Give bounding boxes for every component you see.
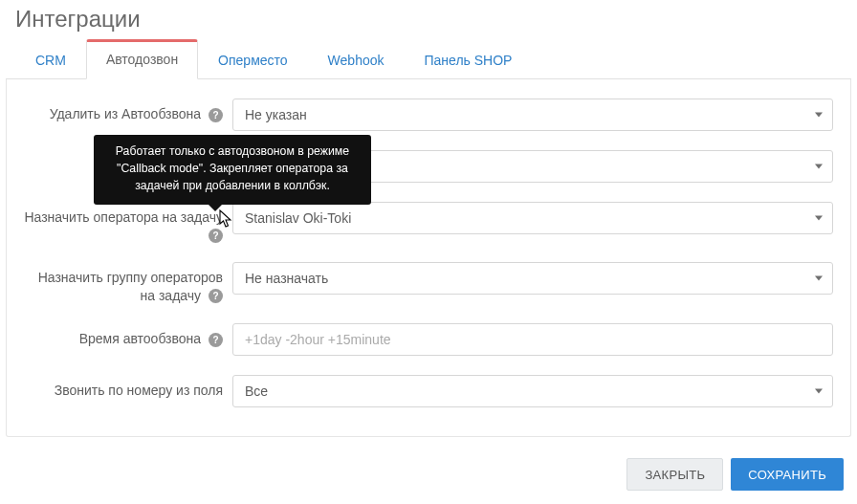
tab-opermesto[interactable]: Оперместо bbox=[198, 42, 308, 79]
chevron-down-icon bbox=[815, 113, 823, 118]
row-remove-from-autodial: Удалить из Автообзвона ? Не указан bbox=[24, 99, 833, 131]
select-value: Все bbox=[245, 383, 268, 399]
select-assign-group[interactable]: Не назначать bbox=[232, 262, 833, 295]
tabs: CRM Автодозвон Оперместо Webhook Панель … bbox=[6, 38, 851, 79]
label-assign-operator: Назначить оператора на задачу bbox=[24, 209, 223, 225]
input-autodial-time[interactable]: +1day -2hour +15minute bbox=[232, 323, 833, 356]
label-remove-from-autodial: Удалить из Автообзвона bbox=[50, 106, 201, 121]
help-icon[interactable]: ? bbox=[209, 229, 223, 243]
tab-webhook[interactable]: Webhook bbox=[308, 42, 405, 79]
select-assign-operator[interactable]: Stanislav Oki-Toki bbox=[232, 202, 833, 234]
chevron-down-icon bbox=[815, 216, 823, 221]
save-button[interactable]: СОХРАНИТЬ bbox=[731, 458, 844, 491]
select-remove-from-autodial[interactable]: Не указан bbox=[232, 99, 833, 131]
tab-panel-shop[interactable]: Панель SHOP bbox=[405, 42, 533, 79]
chevron-down-icon bbox=[815, 276, 823, 281]
tooltip: Работает только с автодозвоном в режиме … bbox=[94, 135, 371, 205]
page-title: Интеграции bbox=[15, 6, 857, 33]
close-button[interactable]: ЗАКРЫТЬ bbox=[626, 458, 723, 491]
chevron-down-icon bbox=[815, 164, 823, 169]
label-autodial-time: Время автообзвона bbox=[79, 331, 201, 346]
select-value: Не назначать bbox=[245, 271, 328, 286]
help-icon[interactable]: ? bbox=[209, 289, 223, 303]
select-call-number-field[interactable]: Все bbox=[232, 375, 833, 407]
chevron-down-icon bbox=[815, 388, 823, 393]
help-icon[interactable]: ? bbox=[209, 108, 223, 122]
tab-autodial[interactable]: Автодозвон bbox=[86, 39, 198, 79]
footer-buttons: ЗАКРЫТЬ СОХРАНИТЬ bbox=[626, 458, 844, 491]
form-panel: Удалить из Автообзвона ? Не указан Доб Н… bbox=[6, 79, 851, 437]
select-value: Не указан bbox=[245, 107, 307, 122]
label-call-number-field: Звонить по номеру из поля bbox=[55, 383, 223, 398]
row-assign-operator: Назначить оператора на задачу ? Stanisla… bbox=[24, 202, 833, 243]
row-autodial-time: Время автообзвона ? +1day -2hour +15minu… bbox=[24, 323, 833, 356]
row-call-number-field: Звонить по номеру из поля Все bbox=[24, 375, 833, 407]
label-assign-group: Назначить группу операторов на задачу bbox=[38, 270, 223, 302]
row-assign-group: Назначить группу операторов на задачу ? … bbox=[24, 262, 833, 303]
tab-crm[interactable]: CRM bbox=[15, 42, 86, 79]
select-value: Stanislav Oki-Toki bbox=[245, 210, 351, 226]
help-icon[interactable]: ? bbox=[209, 333, 223, 347]
input-placeholder: +1day -2hour +15minute bbox=[245, 332, 391, 347]
